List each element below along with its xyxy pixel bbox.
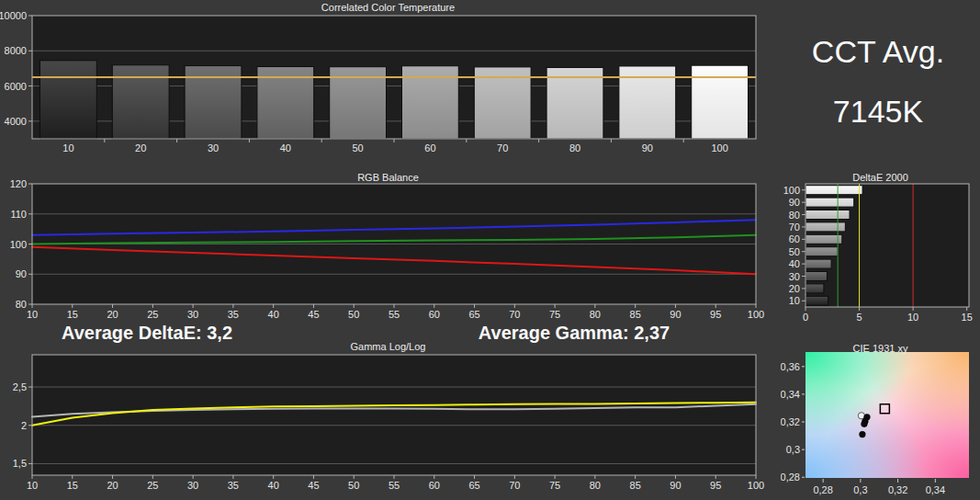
svg-text:55: 55	[389, 480, 400, 491]
svg-text:45: 45	[308, 309, 319, 320]
svg-text:90: 90	[789, 197, 800, 208]
svg-text:65: 65	[468, 480, 479, 491]
deltae-bar-plot: 102030405060708090100051015	[781, 170, 980, 322]
svg-text:100: 100	[748, 309, 764, 320]
svg-text:85: 85	[630, 480, 641, 491]
svg-text:25: 25	[147, 309, 158, 320]
svg-text:90: 90	[16, 268, 27, 279]
svg-text:50: 50	[352, 142, 363, 153]
cie-1931-chart: 0,360,340,320,30,280,280,30,320,34 CIE 1…	[781, 342, 980, 500]
svg-text:0,34: 0,34	[926, 484, 945, 495]
svg-text:100: 100	[711, 142, 727, 153]
svg-text:10: 10	[27, 309, 38, 320]
svg-text:30: 30	[789, 271, 800, 282]
svg-text:10: 10	[27, 480, 38, 491]
svg-text:90: 90	[670, 480, 681, 491]
svg-text:80: 80	[569, 142, 580, 153]
svg-text:20: 20	[107, 309, 118, 320]
svg-text:0,28: 0,28	[781, 472, 800, 483]
gamma-chart-title: Gamma Log/Log	[0, 341, 776, 352]
svg-text:110: 110	[10, 209, 27, 220]
svg-text:4000: 4000	[5, 116, 27, 127]
svg-text:40: 40	[268, 309, 279, 320]
svg-text:80: 80	[16, 299, 27, 310]
svg-text:15: 15	[962, 312, 973, 322]
svg-text:15: 15	[67, 309, 78, 320]
svg-text:70: 70	[789, 222, 800, 233]
cct-avg-value: 7145K	[776, 94, 980, 130]
svg-text:0,28: 0,28	[813, 484, 832, 495]
svg-text:60: 60	[789, 233, 800, 244]
deltae-2000-chart: 102030405060708090100051015 DeltaE 2000	[781, 170, 980, 322]
svg-text:50: 50	[789, 246, 800, 257]
rgb-balance-plot: 8090100110120101520253035404550556065707…	[0, 170, 776, 322]
svg-text:75: 75	[549, 480, 560, 491]
svg-text:0,3: 0,3	[786, 444, 800, 455]
svg-text:10: 10	[789, 295, 800, 306]
cie-scatter-plot: 0,360,340,320,30,280,280,30,320,34	[781, 342, 980, 500]
svg-text:100: 100	[10, 239, 27, 250]
svg-text:45: 45	[308, 480, 319, 491]
svg-text:90: 90	[642, 142, 653, 153]
svg-text:0,34: 0,34	[781, 389, 800, 400]
svg-text:25: 25	[147, 480, 158, 491]
rgb-chart-title: RGB Balance	[0, 172, 776, 183]
svg-text:100: 100	[748, 480, 764, 491]
cct-bar-chart-plot: 40006000800010000102030405060708090100	[0, 0, 776, 156]
svg-text:40: 40	[789, 258, 800, 269]
svg-text:40: 40	[268, 480, 279, 491]
svg-text:8000: 8000	[5, 45, 27, 56]
svg-text:1,5: 1,5	[13, 458, 27, 469]
svg-text:10: 10	[62, 142, 73, 153]
svg-text:50: 50	[348, 309, 359, 320]
svg-text:70: 70	[497, 142, 508, 153]
svg-text:70: 70	[509, 480, 520, 491]
svg-text:50: 50	[348, 480, 359, 491]
cie-chart-title: CIE 1931 xy	[781, 343, 980, 354]
svg-text:20: 20	[107, 480, 118, 491]
gamma-plot: 1,522,5101520253035404550556065707580859…	[0, 338, 776, 500]
svg-text:90: 90	[670, 309, 681, 320]
svg-text:95: 95	[710, 309, 721, 320]
svg-text:80: 80	[590, 309, 601, 320]
svg-text:15: 15	[67, 480, 78, 491]
svg-text:40: 40	[280, 142, 291, 153]
svg-text:60: 60	[424, 142, 435, 153]
svg-text:70: 70	[509, 309, 520, 320]
svg-text:0,3: 0,3	[853, 484, 867, 495]
svg-text:5: 5	[856, 312, 862, 322]
svg-text:100: 100	[783, 185, 800, 196]
svg-text:0,32: 0,32	[781, 416, 800, 427]
rgb-balance-chart: 8090100110120101520253035404550556065707…	[0, 170, 776, 322]
svg-text:20: 20	[789, 283, 800, 294]
svg-text:80: 80	[590, 480, 601, 491]
svg-text:75: 75	[549, 309, 560, 320]
svg-text:6000: 6000	[5, 81, 27, 92]
svg-text:0,32: 0,32	[888, 484, 907, 495]
cct-chart-title: Correlated Color Temperature	[0, 2, 776, 13]
cct-average-panel: CCT Avg. 7145K	[776, 0, 980, 156]
cct-chart: 40006000800010000102030405060708090100 C…	[0, 0, 776, 156]
svg-text:2,5: 2,5	[13, 381, 27, 392]
cct-avg-label: CCT Avg.	[776, 34, 980, 70]
svg-text:35: 35	[228, 309, 239, 320]
svg-text:0: 0	[803, 312, 808, 322]
svg-text:20: 20	[135, 142, 146, 153]
svg-text:65: 65	[468, 309, 479, 320]
svg-text:30: 30	[187, 480, 198, 491]
svg-text:95: 95	[710, 480, 721, 491]
deltae-chart-title: DeltaE 2000	[781, 172, 980, 183]
svg-text:30: 30	[208, 142, 219, 153]
svg-text:55: 55	[389, 309, 400, 320]
svg-text:0,36: 0,36	[781, 361, 800, 372]
svg-text:60: 60	[429, 480, 440, 491]
svg-text:85: 85	[630, 309, 641, 320]
svg-text:35: 35	[228, 480, 239, 491]
svg-text:30: 30	[187, 309, 198, 320]
svg-text:60: 60	[429, 309, 440, 320]
gamma-chart: 1,522,5101520253035404550556065707580859…	[0, 338, 776, 500]
svg-text:10: 10	[907, 312, 918, 322]
svg-text:2: 2	[21, 420, 27, 431]
svg-text:80: 80	[789, 210, 800, 221]
calibration-report-window: 40006000800010000102030405060708090100 C…	[0, 0, 980, 500]
